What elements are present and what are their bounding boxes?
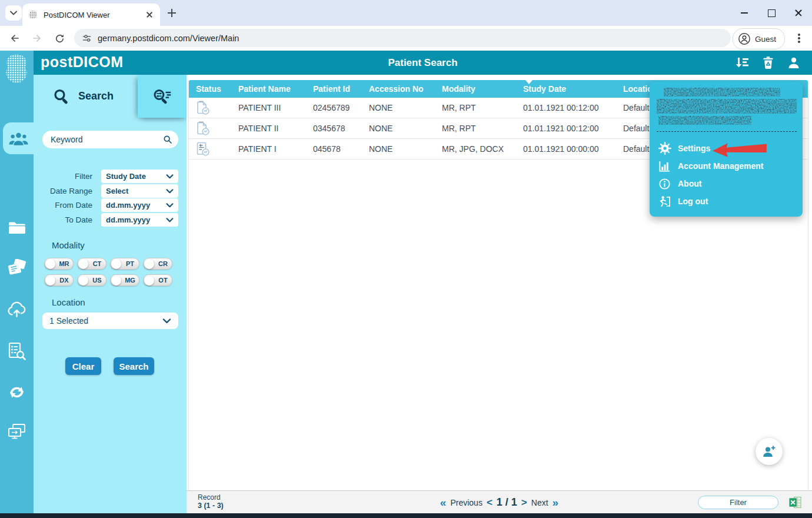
url-bar[interactable]: germany.postdicom.com/Viewer/Main (74, 29, 731, 47)
guest-label: Guest (755, 35, 776, 44)
chart-icon (658, 160, 671, 173)
browser-menu-button[interactable] (793, 32, 805, 45)
patient-id-cell: 02456789 (306, 98, 362, 118)
modality-toggle-dx[interactable]: DX (44, 274, 74, 286)
sidebar-item-patient-search[interactable] (3, 122, 34, 154)
modality-toggle-us[interactable]: US (77, 274, 107, 286)
logout-icon (658, 195, 671, 208)
order-list-search-icon (8, 342, 26, 360)
sidebar-item-image-library[interactable] (0, 255, 34, 281)
date-range-row: Date Range Select (36, 184, 184, 198)
modality-toggle-mg[interactable]: MG (110, 274, 139, 286)
network-monitors-icon (7, 423, 26, 441)
prev-arrow-button[interactable]: < (487, 497, 492, 507)
from-date-select[interactable]: dd.mm.yyyy (101, 198, 178, 212)
back-button[interactable] (7, 31, 22, 46)
sidebar-item-folders[interactable] (0, 214, 34, 240)
column-label: Status (196, 84, 221, 94)
sidebar-item-order-list[interactable] (0, 338, 34, 364)
to-date-select[interactable]: dd.mm.yyyy (101, 213, 178, 227)
window-close-button[interactable] (785, 0, 812, 26)
app-brain-logo (3, 53, 31, 91)
toggle-knob (78, 259, 88, 269)
table-filter-input[interactable] (698, 496, 778, 509)
chevron-down-icon (166, 174, 174, 179)
status-cell (189, 98, 231, 118)
window-maximize-button[interactable] (758, 0, 785, 26)
location-select[interactable]: 1 Selected (42, 313, 178, 329)
sort-list-button[interactable] (734, 55, 750, 71)
browser-toolbar: germany.postdicom.com/Viewer/Main Guest (0, 26, 812, 51)
sort-desc-icon (525, 80, 533, 84)
list-footer: Record 3 (1 - 3) « Previous < 1 / 1 > Ne… (187, 490, 812, 513)
user-icon (787, 56, 801, 70)
search-panel: Search Filter Study Date (34, 75, 187, 518)
keyword-search-icon (163, 135, 172, 144)
modality-toggle-pt[interactable]: PT (110, 258, 139, 270)
add-user-icon (762, 444, 776, 459)
modality-cr-label: CR (154, 260, 172, 267)
column-header-modality[interactable]: Modality (435, 80, 516, 98)
sidebar-item-share[interactable] (0, 379, 34, 405)
tab-basic-search[interactable]: Search (34, 75, 138, 118)
study-date-cell: 01.01.1921 00:12:00 (516, 118, 616, 138)
filter-select-value: Study Date (106, 172, 166, 181)
modality-label: Modality (52, 240, 85, 250)
search-icon (52, 88, 70, 105)
column-header-patient-name[interactable]: Patient Name (231, 80, 306, 98)
status-cell (189, 118, 231, 138)
favicon-brain-icon (28, 10, 38, 19)
next-page-button[interactable]: Next (531, 498, 548, 507)
clear-button[interactable]: Clear (65, 357, 101, 375)
profile-button[interactable]: Guest (733, 28, 785, 49)
excel-icon (788, 496, 802, 509)
menu-item-account-management[interactable]: Account Management (650, 157, 803, 175)
column-header-status[interactable]: Status (189, 80, 231, 98)
filter-select[interactable]: Study Date (101, 170, 178, 183)
record-label: Record (198, 493, 224, 502)
search-button[interactable]: Search (114, 357, 154, 375)
window-minimize-button[interactable] (731, 0, 758, 26)
first-page-button[interactable]: « (440, 497, 447, 508)
modality-toggle-ot[interactable]: OT (143, 274, 172, 286)
sidebar-item-remote-nodes[interactable] (0, 419, 34, 445)
from-date-label: From Date (36, 198, 92, 212)
modality-toggle-ct[interactable]: CT (77, 258, 107, 270)
menu-item-logout[interactable]: Log out (650, 192, 803, 210)
tab-search-button[interactable] (5, 5, 22, 21)
menu-item-about[interactable]: About (650, 175, 803, 192)
modality-pt-label: PT (121, 260, 139, 267)
user-menu-button[interactable] (786, 55, 801, 71)
tab-close-icon[interactable] (145, 10, 154, 19)
last-page-button[interactable]: » (553, 497, 559, 508)
next-arrow-button[interactable]: > (521, 497, 527, 507)
export-excel-button[interactable] (788, 496, 802, 509)
column-header-study-date[interactable]: Study Date (516, 80, 616, 98)
app-bottom-strip (0, 513, 812, 518)
column-header-accession-no[interactable]: Accession No (362, 80, 435, 98)
previous-page-button[interactable]: Previous (450, 498, 482, 507)
from-date-row: From Date dd.mm.yyyy (36, 198, 184, 212)
menu-item-label: Settings (678, 144, 710, 153)
keyword-input[interactable] (42, 131, 178, 148)
brain-logo-icon (3, 53, 31, 88)
tab-advanced-search[interactable] (138, 75, 187, 118)
browser-tab[interactable]: PostDICOM Viewer (22, 4, 160, 26)
modality-toggle-cr[interactable]: CR (143, 258, 172, 270)
date-range-select[interactable]: Select (101, 184, 178, 198)
trash-recycle-icon (761, 56, 775, 70)
toggle-knob (111, 275, 121, 285)
forward-button[interactable] (29, 31, 45, 46)
column-header-patient-id[interactable]: Patient Id (306, 80, 362, 98)
add-patient-button[interactable] (756, 438, 783, 465)
forward-arrow-icon (31, 32, 43, 44)
modality-toggle-mr[interactable]: MR (44, 258, 74, 270)
sidebar-item-upload[interactable] (0, 297, 34, 323)
refresh-button[interactable] (52, 31, 67, 46)
menu-item-label: Account Management (678, 161, 763, 171)
study-report-status-icon (195, 121, 210, 136)
patient-id-cell: 045678 (306, 139, 362, 159)
tab-basic-search-label: Search (78, 90, 114, 102)
recycle-bin-button[interactable] (760, 55, 776, 71)
to-date-row: To Date dd.mm.yyyy (36, 213, 184, 227)
